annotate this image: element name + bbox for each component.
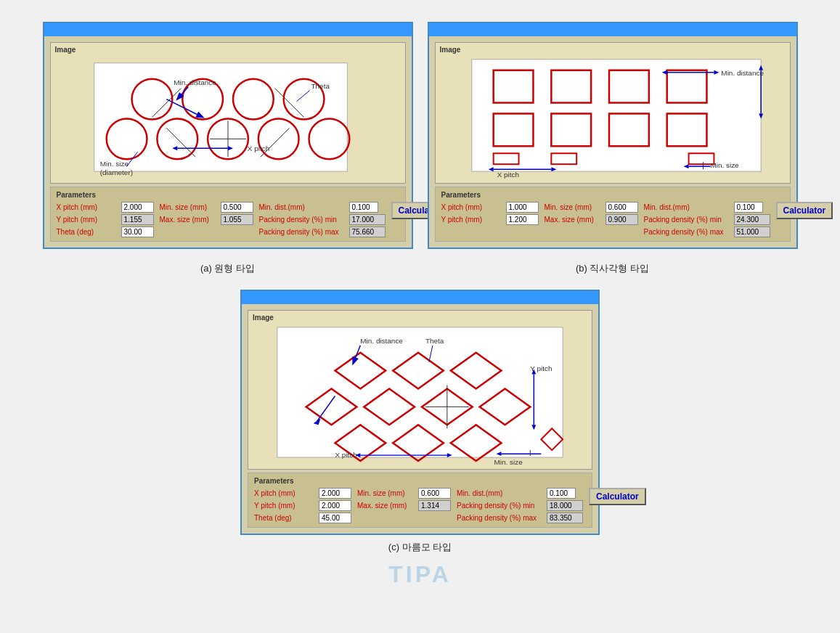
rect-packing-min-label: Packing density (%) min xyxy=(644,216,731,224)
rectangular-image-section: Image xyxy=(435,42,791,184)
diamond-max-size-label: Max. size (mm) xyxy=(357,502,415,510)
theta-input[interactable] xyxy=(121,226,154,237)
tipa-watermark: TIPA xyxy=(388,561,452,588)
diamond-image-label: Image xyxy=(253,314,274,322)
circular-title-bar xyxy=(44,23,412,36)
diamond-x-pitch-label: X pitch (mm) xyxy=(254,489,316,497)
rect-max-size-input[interactable] xyxy=(605,214,638,225)
diamond-min-size-label: Min. size (mm) xyxy=(357,489,415,497)
diamond-image-section: Image xyxy=(248,310,592,470)
circular-panel: Image xyxy=(43,22,413,249)
diamond-title-bar xyxy=(242,291,598,304)
svg-text:Min. distance: Min. distance xyxy=(174,78,216,86)
packing-max-label: Packing density (%) max xyxy=(259,228,346,236)
circular-params: Parameters X pitch (mm) Y pitch (mm) The… xyxy=(50,187,406,242)
circular-image-section: Image xyxy=(50,42,406,184)
diamond-panel-wrapper: Image xyxy=(240,290,600,554)
y-pitch-input[interactable] xyxy=(121,214,154,225)
diamond-packing-min-label: Packing density (%) min xyxy=(457,502,544,510)
rect-min-size-input[interactable] xyxy=(605,202,638,213)
diamond-min-dist-input[interactable] xyxy=(547,488,576,499)
rectangular-panel: Image xyxy=(428,22,798,249)
rect-min-size-label: Min. size (mm) xyxy=(545,203,603,211)
theta-label: Theta (deg) xyxy=(57,228,118,236)
diamond-panel: Image xyxy=(240,290,600,535)
diamond-params-title: Parameters xyxy=(254,477,586,485)
svg-text:X pitch: X pitch xyxy=(247,144,269,152)
y-pitch-label: Y pitch (mm) xyxy=(57,216,118,224)
rect-x-pitch-label: X pitch (mm) xyxy=(441,203,503,211)
svg-text:X pitch: X pitch xyxy=(497,171,518,179)
rect-packing-min-input[interactable] xyxy=(734,214,770,225)
rect-y-pitch-label: Y pitch (mm) xyxy=(441,216,503,224)
diamond-max-size-input[interactable] xyxy=(418,500,451,511)
min-dist-input[interactable] xyxy=(349,202,378,213)
svg-rect-30 xyxy=(471,60,760,171)
circular-diagram: Min. distance Theta X pitch Min. size (d… xyxy=(51,43,405,184)
diamond-packing-max-input[interactable] xyxy=(547,512,583,523)
max-size-label: Max. size (mm) xyxy=(160,216,218,224)
rectangular-image-label: Image xyxy=(440,46,461,54)
rectangular-calculator-button[interactable]: Calculator xyxy=(776,202,833,219)
svg-text:Min. size: Min. size xyxy=(710,161,739,169)
min-dist-label: Min. dist.(mm) xyxy=(259,203,346,211)
circular-params-title: Parameters xyxy=(57,191,399,199)
min-size-label: Min. size (mm) xyxy=(160,203,218,211)
diamond-x-pitch-input[interactable] xyxy=(319,488,351,499)
min-size-input[interactable] xyxy=(221,202,253,213)
diamond-theta-label: Theta (deg) xyxy=(254,514,316,522)
diamond-caption: (c) 마름모 타입 xyxy=(388,542,452,552)
rect-packing-max-label: Packing density (%) max xyxy=(644,228,731,236)
rectangular-params-title: Parameters xyxy=(441,191,784,199)
rect-max-size-label: Max. size (mm) xyxy=(545,216,603,224)
diamond-diagram: Min. distance Theta Y pitch xyxy=(248,311,592,470)
packing-max-input[interactable] xyxy=(349,226,386,237)
rect-min-dist-label: Min. dist.(mm) xyxy=(644,203,731,211)
svg-text:Min. distance: Min. distance xyxy=(360,337,403,345)
diamond-params: Parameters X pitch (mm) Y pitch (mm) The… xyxy=(248,473,592,528)
circular-image-label: Image xyxy=(55,46,76,54)
packing-min-input[interactable] xyxy=(349,214,386,225)
svg-text:Theta: Theta xyxy=(311,82,330,90)
rect-y-pitch-input[interactable] xyxy=(506,214,539,225)
rect-packing-max-input[interactable] xyxy=(734,226,770,237)
svg-text:Min. size: Min. size xyxy=(494,458,523,466)
rectangular-params: Parameters X pitch (mm) Y pitch (mm) xyxy=(435,187,791,242)
packing-min-label: Packing density (%) min xyxy=(259,216,346,224)
svg-text:Theta: Theta xyxy=(425,337,444,345)
svg-text:Min. size: Min. size xyxy=(99,160,129,168)
diamond-y-pitch-label: Y pitch (mm) xyxy=(254,502,316,510)
x-pitch-input[interactable] xyxy=(121,202,154,213)
x-pitch-label: X pitch (mm) xyxy=(57,203,118,211)
diamond-min-size-input[interactable] xyxy=(418,488,451,499)
diamond-packing-max-label: Packing density (%) max xyxy=(457,514,544,522)
diamond-min-dist-label: Min. dist.(mm) xyxy=(457,489,544,497)
rect-min-dist-input[interactable] xyxy=(734,202,763,213)
rectangular-diagram: Min. distance X pitch Min. size xyxy=(436,43,790,184)
rectangular-title-bar xyxy=(429,23,796,36)
svg-text:X pitch: X pitch xyxy=(335,451,356,459)
max-size-input[interactable] xyxy=(221,214,253,225)
rect-x-pitch-input[interactable] xyxy=(506,202,539,213)
svg-text:(diameter): (diameter) xyxy=(99,168,132,176)
rectangular-caption: (b) 직사각형 타입 xyxy=(576,263,649,274)
diamond-packing-min-input[interactable] xyxy=(547,500,583,511)
svg-text:Min. distance: Min. distance xyxy=(721,69,764,77)
circular-caption: (a) 원형 타입 xyxy=(200,263,255,274)
diamond-theta-input[interactable] xyxy=(319,512,351,523)
svg-rect-58 xyxy=(277,327,563,457)
diamond-calculator-button[interactable]: Calculator xyxy=(589,488,646,505)
diamond-y-pitch-input[interactable] xyxy=(319,500,351,511)
